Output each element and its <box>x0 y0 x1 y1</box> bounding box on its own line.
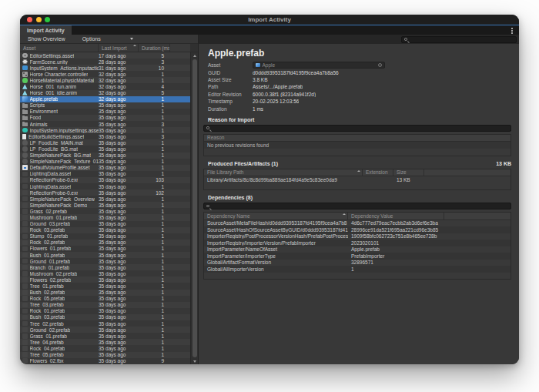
dependency-row[interactable]: ImportParameter/NameOfAssetApple.prefab <box>204 246 511 253</box>
asset-row[interactable]: FarmScene.unity28 days ago3 <box>20 59 190 65</box>
produced-file-row[interactable]: Library/Artifacts/8c/8c8d99ba889ae184fd4… <box>204 176 511 183</box>
dependency-row[interactable]: Global/ArtifactFormatVersion32896571 <box>204 260 511 266</box>
column-header-duration[interactable]: Duration (ms) <box>139 44 170 52</box>
asset-row[interactable]: ReflectionProbe-0.exr35 days ago103 <box>20 177 190 183</box>
asset-row[interactable]: InputSystem_Actions.inputactio31 days ag… <box>20 65 190 71</box>
asset-row[interactable]: Rock_01.prefab35 days ago1 <box>20 308 190 314</box>
duration-cell: 1 <box>139 271 170 276</box>
asset-row[interactable]: Tree_04.prefab35 days ago1 <box>20 339 190 345</box>
asset-row[interactable]: Rock_02.prefab35 days ago1 <box>20 240 190 246</box>
asset-row[interactable]: SimpleNaturePack_BG.mat35 days ago1 <box>20 152 190 159</box>
asset-label: DefaultVolumeProfile.asset <box>30 165 90 170</box>
zoom-window-button[interactable] <box>45 17 50 22</box>
column-header-last-import[interactable]: Last Import <box>99 44 139 52</box>
asset-row[interactable]: Stump_01.prefab35 days ago1 <box>20 233 190 240</box>
asset-row[interactable]: SimpleNaturePack_Overview35 days ago1 <box>20 196 190 202</box>
column-header-dependency-name[interactable]: Dependency Name <box>204 213 348 219</box>
vertical-scrollbar[interactable] <box>190 52 198 364</box>
asset-row[interactable]: Bush_03.prefab35 days ago1 <box>20 314 190 320</box>
column-header-dependency-value[interactable]: Dependency Value <box>348 213 444 219</box>
asset-row[interactable]: LightingData.asset35 days ago1 <box>20 183 190 189</box>
dependency-row[interactable]: SourceAsset/HashOfSourceAssetByGUID/d0dd… <box>204 226 511 233</box>
dependency-row[interactable]: ImporterRegistry/PostProcessorVersionHas… <box>204 233 511 240</box>
asset-row[interactable]: Flowers_02.prefab35 days ago1 <box>20 276 190 283</box>
column-header-reason[interactable]: Reason <box>204 135 511 142</box>
asset-row[interactable]: Scripts35 days ago1 <box>20 102 190 109</box>
search-icon <box>206 205 209 208</box>
asset-object-field[interactable]: Apple <box>253 62 385 69</box>
asset-row[interactable]: Bush_01.prefab35 days ago1 <box>20 252 190 258</box>
options-label: Options <box>82 36 101 42</box>
asset-row[interactable]: Rock_05.prefab35 days ago1 <box>20 296 190 302</box>
kebab-menu-icon[interactable] <box>511 28 513 29</box>
asset-row[interactable]: SimpleNaturePack_Demo35 days ago1 <box>20 202 190 208</box>
dependency-row[interactable]: ImporterRegistry/ImporterVersion/PrefabI… <box>204 240 511 246</box>
asset-row[interactable]: Mushroom_02.prefab35 days ago1 <box>20 270 190 276</box>
asset-row[interactable]: Horse_001_idle.anim32 days ago5 <box>20 90 190 96</box>
scrollbar-thumb[interactable] <box>192 59 197 357</box>
dependency-row[interactable]: SourceAsset/MetaFileHash/d0ddd93953187fd… <box>204 220 511 227</box>
asset-row[interactable]: Tree_03.prefab35 days ago1 <box>20 302 190 308</box>
asset-row[interactable]: Ground_01.prefab35 days ago1 <box>20 258 190 264</box>
tab-import-activity[interactable]: Import Activity <box>20 25 72 35</box>
asset-row[interactable]: ReflectionProbe-0.exr35 days ago102 <box>20 189 190 196</box>
asset-row[interactable]: Grass_01.prefab35 days ago1 <box>20 333 190 339</box>
asset-row[interactable]: Environment35 days ago1 <box>20 109 190 115</box>
column-header-asset[interactable]: Asset <box>20 44 99 52</box>
dependency-name-cell: SourceAsset/MetaFileHash/d0ddd93953187fd… <box>204 220 348 226</box>
asset-row[interactable]: HorseMaterial.physicMaterial32 days ago1 <box>20 77 190 83</box>
reason-search-input[interactable] <box>203 125 511 132</box>
column-header-file-library-path[interactable]: File Library Path <box>204 169 363 176</box>
asset-row[interactable]: Flowers_02.fbx35 days ago9 <box>20 358 190 364</box>
close-window-button[interactable] <box>27 17 32 22</box>
material-icon <box>22 159 28 164</box>
dependencies-search-input[interactable] <box>203 203 511 209</box>
asset-row[interactable]: EditorBuildSettings.asset35 days ago3 <box>20 133 190 139</box>
asset-row[interactable]: Tree_02.prefab35 days ago1 <box>20 320 190 327</box>
last-import-cell: 35 days ago <box>99 184 139 189</box>
scroll-down-icon[interactable] <box>193 360 196 363</box>
asset-row[interactable]: Flowers_01.prefab35 days ago1 <box>20 246 190 252</box>
column-header-size[interactable]: Size <box>393 169 424 176</box>
asset-row[interactable]: InputSystem.inputsettings.asse35 days ag… <box>20 127 190 133</box>
asset-row[interactable]: LP_FoodLite_BG.mat35 days ago1 <box>20 146 190 152</box>
asset-row[interactable]: Food35 days ago1 <box>20 115 190 121</box>
column-header-extension[interactable]: Extension <box>363 169 393 176</box>
object-picker-icon[interactable] <box>378 63 382 67</box>
last-import-cell: 35 days ago <box>99 109 139 114</box>
asset-row[interactable]: Horse_001_run.anim32 days ago4 <box>20 83 190 89</box>
object-field-value: Apple <box>263 62 276 68</box>
options-dropdown[interactable]: Options <box>65 36 133 42</box>
duration-cell: 1 <box>139 165 170 170</box>
asset-row[interactable]: DefaultVolumeProfile.asset35 days ago1 <box>20 165 190 171</box>
asset-row[interactable]: Horse Character.controller32 days ago1 <box>20 71 190 77</box>
duration-cell: 1 <box>139 96 170 102</box>
asset-row[interactable]: Branch_01.prefab35 days ago1 <box>20 264 190 270</box>
last-import-cell: 32 days ago <box>99 90 139 95</box>
dependency-row[interactable]: Global/AllImporterVersion1 <box>204 266 511 273</box>
asset-row[interactable]: SimpleNaturePack_Texture_01.m35 days ago… <box>20 159 190 165</box>
detail-search-input[interactable] <box>401 36 517 43</box>
asset-row[interactable]: Bush_02.prefab35 days ago1 <box>20 290 190 296</box>
asset-row[interactable]: Rock_03.prefab35 days ago1 <box>20 227 190 233</box>
duration-cell: 3 <box>139 122 170 127</box>
asset-row[interactable]: Tree_01.prefab35 days ago1 <box>20 283 190 289</box>
asset-row[interactable]: LP_FoodLite_MAIN.mat35 days ago1 <box>20 139 190 146</box>
dependency-row[interactable]: ImportParameter/ImporterTypePrefabImport… <box>204 253 511 260</box>
scroll-up-icon[interactable] <box>193 55 196 57</box>
asset-row[interactable]: Grass_02.prefab35 days ago1 <box>20 208 190 214</box>
asset-row[interactable]: LightingData.asset35 days ago1 <box>20 171 190 177</box>
asset-row[interactable]: Animals35 days ago3 <box>20 121 190 127</box>
asset-row[interactable]: Ground_02.prefab35 days ago1 <box>20 327 190 333</box>
show-overview-button[interactable]: Show Overview <box>20 36 65 42</box>
asset-row[interactable]: Ground_03.prefab35 days ago1 <box>20 221 190 227</box>
dependencies-heading: Dependencies (8) <box>208 195 253 200</box>
asset-row[interactable]: Tree_05.prefab35 days ago1 <box>20 352 190 358</box>
asset-label: Horse Character.controller <box>30 72 89 77</box>
asset-cell: Grass_01.prefab <box>20 333 99 339</box>
asset-row[interactable]: Rock_04.prefab35 days ago1 <box>20 345 190 351</box>
asset-row[interactable]: EditorSettings.asset17 days ago5 <box>20 52 190 59</box>
minimize-window-button[interactable] <box>36 17 42 22</box>
asset-row[interactable]: Mushroom_01.prefab35 days ago1 <box>20 214 190 220</box>
asset-row[interactable]: Apple.prefab32 days ago1 <box>20 96 190 102</box>
